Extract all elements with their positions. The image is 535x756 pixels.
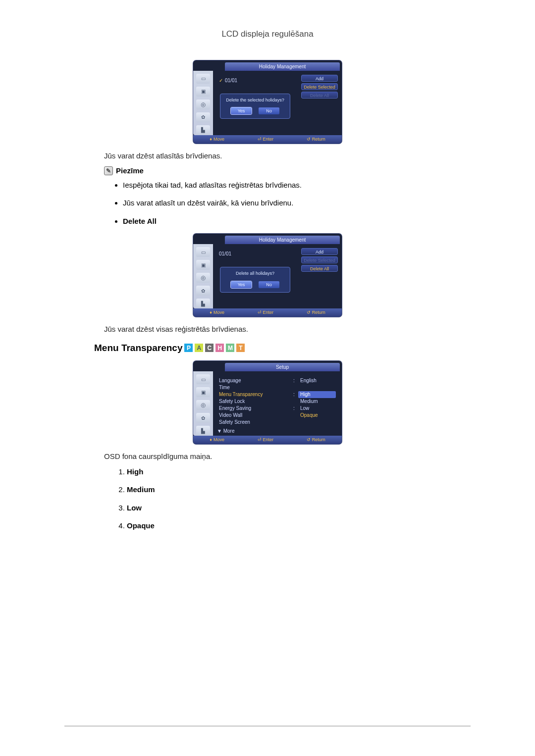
badge-m: M xyxy=(226,344,234,352)
delete-selected-button[interactable]: Delete Selected xyxy=(301,256,338,263)
setup-sep: : xyxy=(293,405,298,412)
osd-body: ▭ ▣ ◎ ✿ ▙ 01/01 Add Delete Selected xyxy=(193,244,342,308)
osd-title: Holiday Management xyxy=(225,62,340,71)
osd-body: ▭ ▣ ◎ ✿ ▙ ✓01/01 Add Delete Selected xyxy=(193,71,342,135)
return-icon: ↺ xyxy=(307,135,311,144)
osd-footer: ♦Move ⏎Enter ↺Return xyxy=(193,436,342,444)
holiday-list: ✓01/01 xyxy=(217,75,298,86)
dialog-text: Delete all holidays? xyxy=(223,270,287,277)
list-item: High xyxy=(127,466,471,478)
footer-enter: ⏎Enter xyxy=(258,135,274,144)
setup-value[interactable]: High xyxy=(298,391,336,398)
sidebar-monitor-icon: ▭ xyxy=(196,374,210,384)
setup-sep xyxy=(293,412,298,419)
setup-value[interactable]: Medium xyxy=(298,398,336,405)
list-item: Low xyxy=(127,503,471,514)
move-icon: ♦ xyxy=(210,436,212,444)
add-button[interactable]: Add xyxy=(301,75,338,82)
setup-row[interactable]: Language:English xyxy=(219,377,336,384)
footer-move: ♦Move xyxy=(210,135,224,144)
setup-row[interactable]: Video WallOpaque xyxy=(219,412,336,419)
badge-p: P xyxy=(184,344,193,352)
enter-icon: ⏎ xyxy=(258,135,262,144)
holiday-list: 01/01 xyxy=(217,248,298,259)
setup-value: English xyxy=(298,377,336,384)
setup-row[interactable]: Time xyxy=(219,384,336,391)
holiday-date: 01/01 xyxy=(219,249,296,258)
holiday-date-text: 01/01 xyxy=(219,251,231,256)
dialog-no-button[interactable]: No xyxy=(259,107,279,114)
delete-all-button[interactable]: Delete All xyxy=(301,265,338,272)
add-button[interactable]: Add xyxy=(301,248,338,255)
sidebar-picture-icon: ▣ xyxy=(196,87,210,97)
dialog-no-button[interactable]: No xyxy=(259,281,279,288)
setup-sep xyxy=(293,384,298,391)
osd-footer: ♦Move ⏎Enter ↺Return xyxy=(193,308,342,317)
sidebar-multi-icon: ▙ xyxy=(196,299,210,308)
transparency-options-list: High Medium Low Opaque xyxy=(127,466,471,532)
footer-enter: ⏎Enter xyxy=(258,308,274,317)
sidebar-monitor-icon: ▭ xyxy=(196,247,210,257)
delete-all-bullet-list: Delete All xyxy=(123,216,471,227)
setup-more[interactable]: ▼ More xyxy=(217,428,338,435)
sidebar-multi-icon: ▙ xyxy=(196,125,210,135)
para-delete-all: Jūs varat dzēst visas reģistrētās brīvdi… xyxy=(104,324,471,335)
dialog-text: Delete the selected holidays? xyxy=(223,97,287,104)
setup-value xyxy=(298,384,336,391)
list-item: Opaque xyxy=(127,520,471,532)
sidebar-sound-icon: ◎ xyxy=(196,100,210,109)
osd-footer: ♦Move ⏎Enter ↺Return xyxy=(193,135,342,144)
note-bullet: Iespējota tikai tad, kad atlasītas reģis… xyxy=(123,180,471,191)
check-icon: ✓ xyxy=(219,78,223,83)
setup-value[interactable]: Low xyxy=(298,405,336,412)
footer-enter: ⏎Enter xyxy=(258,436,274,444)
note-label: Piezīme xyxy=(116,165,144,177)
footer-return: ↺Return xyxy=(307,135,325,144)
setup-value[interactable]: Opaque xyxy=(298,412,336,419)
setup-label: Video Wall xyxy=(219,412,293,419)
sidebar-sound-icon: ◎ xyxy=(196,273,210,283)
osd-main: ✓01/01 Add Delete Selected Delete All De… xyxy=(213,71,342,135)
return-icon: ↺ xyxy=(307,436,311,444)
sidebar-multi-icon: ▙ xyxy=(196,426,210,436)
page: LCD displeja regulēšana Holiday Manageme… xyxy=(0,0,535,756)
list-item: Medium xyxy=(127,484,471,496)
delete-all-button[interactable]: Delete All xyxy=(301,92,338,99)
holiday-buttons: Add Delete Selected Delete All xyxy=(301,248,338,272)
setup-row[interactable]: Menu Transparency:High xyxy=(219,391,336,398)
setup-sep: : xyxy=(293,377,298,384)
dialog-buttons: Yes No xyxy=(223,107,287,114)
setup-label: Menu Transparency xyxy=(219,391,293,398)
delete-selected-button[interactable]: Delete Selected xyxy=(301,83,338,90)
setup-row[interactable]: Safety LockMedium xyxy=(219,398,336,405)
setup-row[interactable]: Energy Saving:Low xyxy=(219,405,336,412)
holiday-date-text: 01/01 xyxy=(225,78,237,83)
heading-text: Menu Transparency xyxy=(94,341,182,355)
note-bullets: Iespējota tikai tad, kad atlasītas reģis… xyxy=(123,180,471,209)
sidebar-setup-icon: ✿ xyxy=(196,413,210,423)
osd-title: Holiday Management xyxy=(225,236,340,244)
dialog-yes-button[interactable]: Yes xyxy=(231,107,252,114)
footer-return: ↺Return xyxy=(307,436,325,444)
setup-row[interactable]: Safety Screen xyxy=(219,419,336,426)
sidebar-monitor-icon: ▭ xyxy=(196,74,210,84)
badge-t: T xyxy=(236,344,245,352)
badge-a: A xyxy=(195,344,203,352)
osd-side-icons: ▭ ▣ ◎ ✿ ▙ xyxy=(193,71,213,135)
osd-holiday-delete-selected: Holiday Management ▭ ▣ ◎ ✿ ▙ ✓01/01 Add xyxy=(193,60,342,144)
osd-main: 01/01 Add Delete Selected Delete All Del… xyxy=(213,244,342,308)
setup-label: Energy Saving xyxy=(219,405,293,412)
note-icon: ✎ xyxy=(104,166,113,175)
badge-c: C xyxy=(205,344,214,352)
setup-label: Safety Screen xyxy=(219,419,293,426)
enter-icon: ⏎ xyxy=(258,436,262,444)
sidebar-picture-icon: ▣ xyxy=(196,260,210,270)
note-heading: ✎ Piezīme xyxy=(104,165,471,177)
dialog-yes-button[interactable]: Yes xyxy=(231,281,252,288)
setup-label: Language xyxy=(219,377,293,384)
setup-sep xyxy=(293,419,298,426)
delete-all-heading: Delete All xyxy=(123,216,471,227)
holiday-date: ✓01/01 xyxy=(219,76,296,85)
osd-side-icons: ▭ ▣ ◎ ✿ ▙ xyxy=(193,244,213,308)
osd-main: Language:EnglishTimeMenu Transparency:Hi… xyxy=(213,371,342,436)
